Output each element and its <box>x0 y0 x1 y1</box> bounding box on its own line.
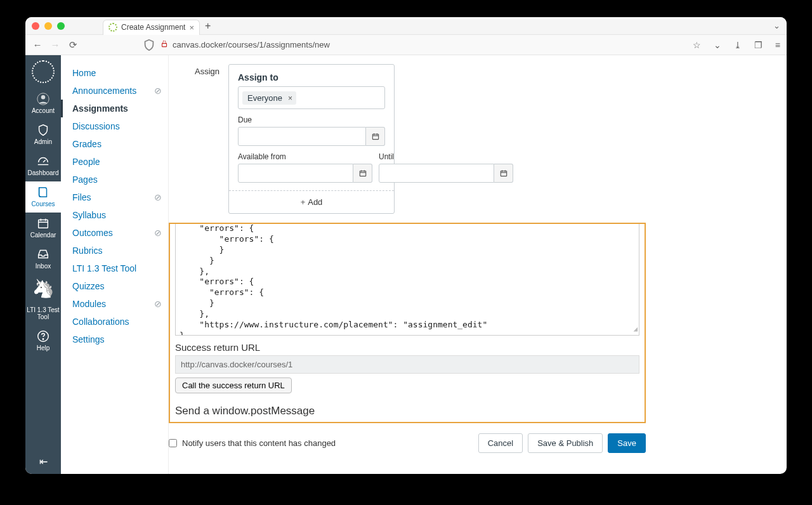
from-calendar-button[interactable] <box>353 164 372 183</box>
browser-tab[interactable]: Create Assignment × <box>103 20 200 35</box>
coursenav-collaborations[interactable]: Collaborations <box>72 313 168 331</box>
coursenav-home[interactable]: Home <box>72 64 168 82</box>
nav-account[interactable]: Account <box>25 88 61 119</box>
new-tab-button[interactable]: + <box>205 20 211 32</box>
coursenav-syllabus[interactable]: Syllabus <box>72 206 168 224</box>
collapse-nav-icon[interactable]: ⇤ <box>39 456 48 468</box>
remove-token-button[interactable]: × <box>288 94 292 103</box>
nav-courses-label: Courses <box>31 200 55 207</box>
favicon-icon <box>108 23 117 32</box>
coursenav-grades[interactable]: Grades <box>72 135 168 153</box>
browser-window: Create Assignment × + ⌄ ← → ⟳ canvas.doc… <box>25 17 787 474</box>
due-label: Due <box>238 115 385 124</box>
coursenav-announcements[interactable]: Announcements <box>72 82 141 100</box>
extensions-icon[interactable]: ❐ <box>754 40 763 50</box>
svg-point-5 <box>43 339 43 339</box>
canvas-logo-icon[interactable] <box>32 60 55 83</box>
titlebar: Create Assignment × + ⌄ <box>25 17 787 35</box>
forward-button[interactable]: → <box>49 39 61 50</box>
assign-token: Everyone × <box>242 91 296 105</box>
tab-title: Create Assignment <box>121 23 185 32</box>
success-url-label: Success return URL <box>175 342 645 353</box>
content-area: Account Admin Dashboard Courses <box>25 55 787 474</box>
back-button[interactable]: ← <box>32 39 43 50</box>
svg-rect-7 <box>360 171 365 176</box>
coursenav-modules[interactable]: Modules <box>72 295 111 313</box>
tab-strip: Create Assignment × + <box>103 17 211 34</box>
assign-to-input[interactable]: Everyone × <box>238 86 385 109</box>
svg-rect-8 <box>501 171 506 176</box>
menu-icon[interactable]: ≡ <box>775 40 780 50</box>
due-calendar-button[interactable] <box>366 127 385 146</box>
coursenav-discussions[interactable]: Discussions <box>72 117 168 135</box>
reload-button[interactable]: ⟳ <box>67 39 79 51</box>
nav-dashboard-label: Dashboard <box>28 169 59 176</box>
download-icon[interactable]: ⤓ <box>734 40 742 50</box>
call-success-url-button[interactable]: Call the success return URL <box>175 377 292 393</box>
until-calendar-button[interactable] <box>494 164 513 183</box>
tabs-overflow-icon[interactable]: ⌄ <box>773 21 780 30</box>
notify-checkbox[interactable] <box>169 439 177 447</box>
zoom-window-button[interactable] <box>57 22 65 30</box>
global-nav: Account Admin Dashboard Courses <box>25 55 61 474</box>
nav-calendar-label: Calendar <box>30 232 56 239</box>
form-footer: Notify users that this content has chang… <box>169 433 646 453</box>
coursenav-outcomes[interactable]: Outcomes <box>72 224 118 242</box>
svg-rect-6 <box>372 134 378 140</box>
until-date-input[interactable] <box>379 164 494 183</box>
close-tab-button[interactable]: × <box>189 23 194 32</box>
assign-card: Assign to Everyone × Due <box>228 64 395 214</box>
coursenav-files[interactable]: Files <box>72 188 96 206</box>
nav-help[interactable]: Help <box>25 325 61 357</box>
window-controls <box>32 22 65 30</box>
hidden-icon: ⊘ <box>154 299 162 309</box>
coursenav-rubrics[interactable]: Rubrics <box>72 242 168 259</box>
nav-lti-label: LTI 1.3 Test Tool <box>25 306 61 320</box>
coursenav-lti[interactable]: LTI 1.3 Test Tool <box>72 259 168 277</box>
coursenav-pages[interactable]: Pages <box>72 171 168 188</box>
star-icon[interactable]: ☆ <box>693 40 701 50</box>
nav-dashboard[interactable]: Dashboard <box>25 150 61 181</box>
nav-courses[interactable]: Courses <box>25 181 61 213</box>
pocket-icon[interactable]: ⌄ <box>714 40 721 50</box>
nav-lti-tool[interactable]: 🦄 LTI 1.3 Test Tool <box>25 275 61 325</box>
save-button[interactable]: Save <box>608 433 646 453</box>
notify-checkbox-row[interactable]: Notify users that this content has chang… <box>169 438 336 448</box>
coursenav-settings[interactable]: Settings <box>72 331 168 348</box>
add-label: Add <box>308 197 322 207</box>
coursenav-people[interactable]: People <box>72 153 168 171</box>
hidden-icon: ⊘ <box>154 228 162 238</box>
coursenav-assignments[interactable]: Assignments <box>61 100 168 117</box>
lti-tool-frame: "errors": { "errors": { } } }, "errors":… <box>169 223 646 423</box>
url-toolbar: ← → ⟳ canvas.docker/courses/1/assignment… <box>25 35 787 55</box>
inbox-icon <box>36 247 50 261</box>
svg-rect-3 <box>39 220 48 228</box>
nav-admin[interactable]: Admin <box>25 119 61 150</box>
cancel-button[interactable]: Cancel <box>478 433 523 453</box>
course-nav: Home Announcements⊘ Assignments Discussi… <box>61 55 169 474</box>
add-assign-button[interactable]: +Add <box>229 190 394 213</box>
nav-inbox[interactable]: Inbox <box>25 244 61 275</box>
token-label: Everyone <box>247 93 282 103</box>
assign-to-label: Assign to <box>238 72 385 82</box>
nav-calendar[interactable]: Calendar <box>25 213 61 244</box>
dashboard-icon <box>36 154 50 168</box>
shield-icon <box>142 38 156 52</box>
due-date-input[interactable] <box>238 127 366 146</box>
user-icon <box>36 92 50 106</box>
nav-account-label: Account <box>32 107 55 114</box>
close-window-button[interactable] <box>32 22 39 30</box>
coursenav-quizzes[interactable]: Quizzes <box>72 277 168 295</box>
save-publish-button[interactable]: Save & Publish <box>528 433 603 453</box>
success-url-field[interactable] <box>175 355 639 374</box>
shield-admin-icon <box>36 123 50 137</box>
minimize-window-button[interactable] <box>44 22 52 30</box>
resize-handle-icon[interactable]: ◢ <box>633 325 638 334</box>
assign-section: Assign Assign to Everyone × Due <box>169 64 774 214</box>
plus-icon: + <box>301 197 306 207</box>
nav-help-label: Help <box>37 344 50 351</box>
url-bar[interactable]: canvas.docker/courses/1/assignments/new <box>142 38 330 52</box>
json-output[interactable]: "errors": { "errors": { } } }, "errors":… <box>175 223 639 336</box>
from-date-input[interactable] <box>238 164 353 183</box>
svg-rect-0 <box>162 43 167 46</box>
